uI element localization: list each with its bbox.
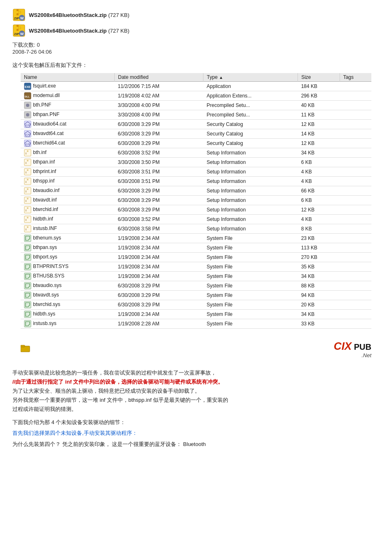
- cell-tags: [340, 196, 371, 205]
- cell-name: bthenum.sys: [21, 234, 114, 243]
- body-text-p3: 另外我觉察一个重要的细节，这一堆 inf 文件中，bthspp.inf 似乎是最…: [12, 397, 228, 403]
- cell-size: 14 KB: [298, 129, 340, 139]
- col-type[interactable]: Type ▲: [203, 73, 298, 82]
- svg-text:EXE: EXE: [25, 85, 31, 88]
- svg-point-33: [27, 150, 28, 152]
- cell-name: EXEfsquirt.exe: [21, 82, 114, 91]
- file-type-icon: DLL: [24, 92, 31, 100]
- cell-name: bthpan.PNF: [21, 110, 114, 120]
- file-type-icon: [24, 235, 31, 242]
- cell-filename[interactable]: hidbth.sys: [33, 311, 55, 317]
- table-row: ibtwrchid.inf6/30/2008 3:29 PMSetup Info…: [21, 205, 371, 215]
- cell-tags: [340, 148, 371, 158]
- cell-filename[interactable]: btwaudio64.cat: [33, 121, 66, 127]
- cell-filename[interactable]: bth.PNF: [33, 102, 51, 108]
- table-row: ibthprint.inf6/30/2008 3:51 PMSetup Info…: [21, 167, 371, 177]
- cell-type: Application: [203, 82, 298, 91]
- cell-name: ibtwaudio.inf: [21, 186, 114, 196]
- zip-icon-2: ZIP W: [12, 24, 26, 37]
- cell-filename[interactable]: btwavdt64.cat: [33, 130, 64, 136]
- cell-filename[interactable]: bthenum.sys: [33, 235, 61, 241]
- col-tags[interactable]: Tags: [340, 73, 371, 82]
- cell-type: System File: [203, 300, 298, 310]
- cell-filename[interactable]: bth.inf: [33, 149, 47, 155]
- file-label-2[interactable]: WS2008x64BluetoothStack.zip (727 KB): [29, 28, 130, 34]
- file-table: Name Date modified Type ▲ Size Tags EXEf…: [21, 73, 371, 329]
- cell-size: 296 KB: [298, 91, 340, 101]
- cell-filename[interactable]: fsquirt.exe: [33, 83, 56, 89]
- cell-filename[interactable]: bthpan.sys: [33, 244, 57, 250]
- bottom-section: 手动安装驱动是比较危急的一项任务，我在尝试安装的过程中就发生了一次蓝屏事故， /…: [12, 368, 380, 449]
- cell-type: System File: [203, 310, 298, 319]
- cell-type: System File: [203, 281, 298, 291]
- cell-date: 6/30/2008 3:29 PM: [114, 300, 203, 310]
- cell-type: Setup Information: [203, 177, 298, 186]
- cell-filename[interactable]: btwaudio.sys: [33, 282, 61, 288]
- cell-filename[interactable]: hidbth.inf: [33, 216, 53, 222]
- cell-name: btwrchid.sys: [21, 300, 114, 310]
- cell-filename[interactable]: btwavdt.sys: [33, 292, 59, 298]
- cell-date: 6/30/2008 3:29 PM: [114, 196, 203, 205]
- cell-filename[interactable]: btwaudio.inf: [33, 187, 59, 193]
- file-type-icon: i: [24, 168, 31, 176]
- cell-tags: [340, 186, 371, 196]
- cell-type: Precompiled Setu...: [203, 101, 298, 110]
- cell-tags: [340, 120, 371, 129]
- cell-type: Setup Information: [203, 148, 298, 158]
- cell-tags: [340, 158, 371, 167]
- cell-type: Setup Information: [203, 167, 298, 177]
- file-type-icon: i: [24, 216, 31, 223]
- cell-filename[interactable]: irstusb.sys: [33, 320, 57, 326]
- table-row: hidbth.sys1/19/2008 2:34 AMSystem File34…: [21, 310, 371, 319]
- svg-rect-69: [21, 345, 25, 347]
- cell-filename[interactable]: bthspp.inf: [33, 178, 54, 184]
- nav-icon: [21, 344, 31, 353]
- cell-filename[interactable]: irstusb.INF: [33, 225, 57, 231]
- file-label-1[interactable]: WS2008x64BluetoothStack.zip (727 KB): [29, 12, 130, 18]
- cell-filename[interactable]: BTHPRINT.SYS: [33, 263, 68, 269]
- file-type-icon: i: [24, 178, 31, 185]
- svg-rect-1: [17, 9, 19, 11]
- cell-filename[interactable]: bthport.sys: [33, 254, 57, 260]
- cell-filename[interactable]: btwavdt.inf: [33, 197, 57, 203]
- cell-tags: [340, 110, 371, 120]
- cell-name: btwavdt.sys: [21, 291, 114, 300]
- cell-name: ibthpan.inf: [21, 158, 114, 167]
- cell-date: 6/30/2008 3:29 PM: [114, 186, 203, 196]
- cell-size: 23 KB: [298, 234, 340, 243]
- table-row: bth.PNF3/30/2008 4:00 PMPrecompiled Setu…: [21, 101, 371, 110]
- cell-filename[interactable]: btwrchid.inf: [33, 206, 58, 212]
- cell-tags: [340, 205, 371, 215]
- cell-size: 4 KB: [298, 215, 340, 224]
- cell-name: BTHPRINT.SYS: [21, 262, 114, 272]
- cell-type: Setup Information: [203, 224, 298, 234]
- cell-filename[interactable]: modemui.dll: [33, 92, 60, 98]
- cell-size: 66 KB: [298, 186, 340, 196]
- cell-date: 1/19/2008 2:34 AM: [114, 272, 203, 281]
- cell-tags: [340, 82, 371, 91]
- cell-type: Setup Information: [203, 205, 298, 215]
- cell-size: 33 KB: [298, 319, 340, 329]
- cell-tags: [340, 253, 371, 262]
- cell-filename[interactable]: bthpan.PNF: [33, 111, 59, 117]
- blue-link[interactable]: 首先我们选择第四个未知设备,手动安装其驱动程序：: [12, 430, 137, 436]
- svg-rect-9: [19, 27, 21, 29]
- cell-filename[interactable]: btwrchid.sys: [33, 301, 60, 307]
- col-date[interactable]: Date modified: [114, 73, 203, 82]
- cell-filename[interactable]: bthprint.inf: [33, 168, 56, 174]
- cell-filename[interactable]: bthpan.inf: [33, 159, 55, 165]
- cell-tags: [340, 139, 371, 148]
- table-row: btwavdt.sys6/30/2008 3:29 PMSystem File9…: [21, 291, 371, 300]
- svg-point-57: [27, 226, 28, 228]
- file-name-1: WS2008x64BluetoothStack.zip: [29, 12, 107, 18]
- cell-tags: [340, 272, 371, 281]
- cell-filename[interactable]: BTHUSB.SYS: [33, 273, 64, 279]
- cell-date: 6/30/2008 3:58 PM: [114, 224, 203, 234]
- col-name[interactable]: Name: [21, 73, 114, 82]
- col-size[interactable]: Size: [298, 73, 340, 82]
- file-type-icon: i: [24, 149, 31, 157]
- cell-filename[interactable]: btwrchid64.cat: [33, 140, 65, 146]
- cell-size: 34 KB: [298, 310, 340, 319]
- svg-text:CAT: CAT: [26, 133, 31, 136]
- svg-text:CAT: CAT: [26, 124, 31, 126]
